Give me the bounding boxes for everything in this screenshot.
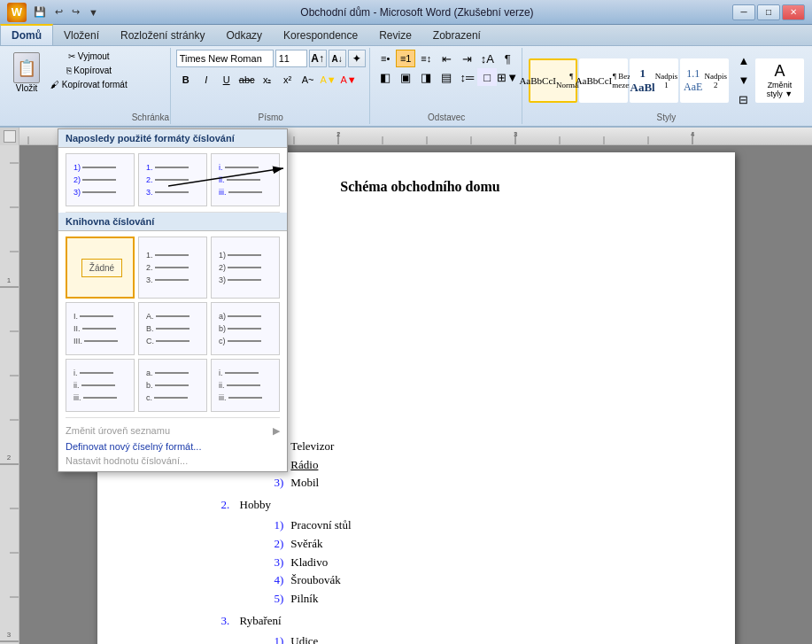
font-size-input[interactable] bbox=[275, 50, 307, 67]
vruler-svg: 1 2 3 bbox=[0, 145, 19, 644]
style-zmenit[interactable]: A Změnit styly ▼ bbox=[755, 58, 804, 103]
section-b-items: 1.Oděvy 2.Koberce 3.Záclony 4.Plátno bbox=[221, 315, 691, 389]
tab-odkazy[interactable]: Odkazy bbox=[215, 25, 273, 46]
ribbon-content: 📋 Vložit ✂ Vyjmout ⎘ Kopírovat 🖌 Kopírov… bbox=[0, 46, 812, 126]
panel-scroll-area[interactable]: Naposledy použité formáty číslování 1) 2… bbox=[58, 129, 287, 471]
align-left-button[interactable]: ◧ bbox=[375, 68, 395, 86]
bold-button[interactable]: B bbox=[176, 71, 196, 89]
style-nadpis1[interactable]: 1 AaBl Nadpis 1 bbox=[630, 58, 678, 103]
list-item: 5)Pilník bbox=[275, 590, 691, 609]
library-paren[interactable]: 1) 2) 3) bbox=[211, 237, 280, 299]
clipboard-small-buttons: ✂ Vyjmout ⎘ Kopírovat 🖌 Kopírovat formát bbox=[46, 50, 132, 122]
ruler-corner-box[interactable] bbox=[4, 130, 16, 143]
clear-format-button[interactable]: ✦ bbox=[348, 50, 366, 67]
text-effects-button[interactable]: A~ bbox=[298, 71, 318, 89]
library-roman-lower2[interactable]: i. ii. iii. bbox=[211, 359, 280, 412]
align-center-button[interactable]: ▣ bbox=[396, 68, 415, 86]
increase-indent-button[interactable]: ⇥ bbox=[457, 50, 476, 67]
underline-button[interactable]: U bbox=[217, 71, 236, 89]
change-level-row: Změnit úroveň seznamu ▶ bbox=[66, 422, 280, 439]
window-controls: ─ □ ✕ bbox=[732, 4, 805, 20]
sort-button[interactable]: ↕A bbox=[477, 50, 497, 67]
recent-paren-numbers[interactable]: 1) 2) 3) bbox=[66, 153, 135, 206]
list-item: 4)Šroubovák bbox=[275, 571, 691, 590]
list-item: 3)Mobil bbox=[275, 474, 691, 493]
customize-quick-button[interactable]: ▼ bbox=[85, 5, 102, 19]
quick-access-toolbar: 💾 ↩ ↪ ▼ bbox=[30, 4, 102, 19]
panel-header-library: Knihovna číslování bbox=[58, 213, 287, 231]
borders-button[interactable]: ⊞▼ bbox=[498, 68, 517, 86]
minimize-button[interactable]: ─ bbox=[732, 4, 755, 20]
tab-revize[interactable]: Revize bbox=[368, 25, 422, 46]
style-bez-mezer[interactable]: AaBbCcI ¶ Bez mezer bbox=[579, 58, 628, 103]
paste-icon: 📋 bbox=[13, 52, 40, 83]
library-numbered[interactable]: 1. 2. 3. bbox=[138, 237, 207, 299]
font-grow-button[interactable]: A↑ bbox=[309, 50, 327, 67]
justify-button[interactable]: ▤ bbox=[437, 68, 456, 86]
svg-rect-21 bbox=[0, 145, 19, 644]
office-logo-icon[interactable]: W bbox=[7, 3, 27, 22]
strikethrough-button[interactable]: abc bbox=[237, 71, 257, 89]
copy-button[interactable]: ⎘ Kopírovat bbox=[46, 64, 132, 77]
subscript-button[interactable]: x₂ bbox=[258, 71, 277, 89]
superscript-button[interactable]: x² bbox=[278, 71, 298, 89]
format-painter-button[interactable]: 🖌 Kopírovat formát bbox=[46, 78, 132, 91]
styles-scroll-down[interactable]: ▼ bbox=[734, 72, 754, 89]
font-color-button[interactable]: A▼ bbox=[339, 71, 359, 89]
highlight-button[interactable]: A▼ bbox=[319, 71, 338, 89]
redo-quick-button[interactable]: ↪ bbox=[68, 4, 83, 19]
styles-scroll-up[interactable]: ▲ bbox=[734, 52, 754, 70]
shading-button[interactable]: □ bbox=[477, 68, 497, 86]
library-roman-upper[interactable]: I. II. III. bbox=[66, 302, 135, 355]
line-spacing-button[interactable]: ↕═ bbox=[457, 68, 476, 86]
font-shrink-button[interactable]: A↓ bbox=[329, 50, 346, 67]
library-none[interactable]: Žádné bbox=[66, 237, 135, 299]
panel-footer: Změnit úroveň seznamu ▶ Definovat nový č… bbox=[58, 418, 287, 471]
styles-more[interactable]: ⊟ bbox=[734, 91, 754, 109]
multilevel-button[interactable]: ≡↕ bbox=[416, 50, 436, 67]
save-quick-button[interactable]: 💾 bbox=[30, 4, 50, 19]
ribbon-tabs: Domů Vložení Rozložení stránky Odkazy Ko… bbox=[0, 25, 812, 46]
paste-button[interactable]: 📋 Vložit bbox=[7, 50, 46, 96]
cut-button[interactable]: ✂ Vyjmout bbox=[46, 50, 132, 63]
list-item: 3.Chleba bbox=[221, 268, 691, 287]
clipboard-group: 📋 Vložit ✂ Vyjmout ⎘ Kopírovat 🖌 Kopírov… bbox=[4, 48, 171, 124]
undo-quick-button[interactable]: ↩ bbox=[51, 4, 66, 19]
font-name-input[interactable] bbox=[176, 50, 274, 67]
tab-domu[interactable]: Domů bbox=[0, 24, 53, 45]
tab-rozlozeni[interactable]: Rozložení stránky bbox=[110, 25, 215, 46]
italic-button[interactable]: I bbox=[197, 71, 216, 89]
library-alpha-lower-paren[interactable]: a) b) c) bbox=[211, 302, 280, 355]
change-level-arrow: ▶ bbox=[273, 425, 280, 437]
list-item: 1)Pracovní stůl bbox=[275, 516, 691, 535]
styles-label: Styly bbox=[657, 111, 677, 122]
style-normalni[interactable]: AaBbCcI ¶ Normální bbox=[529, 58, 577, 103]
subsection-hobby: 2. Hobby 1)Pracovní stůl 2)Svěrák 3)Klad… bbox=[221, 496, 691, 609]
library-alpha-dot[interactable]: a. b. c. bbox=[138, 359, 207, 412]
recent-roman-lower[interactable]: i. ii. iii. bbox=[211, 153, 280, 206]
align-right-button[interactable]: ◨ bbox=[416, 68, 436, 86]
decrease-indent-button[interactable]: ⇤ bbox=[437, 50, 456, 67]
define-new-link[interactable]: Definovat nový číselný formát... bbox=[66, 439, 280, 454]
close-button[interactable]: ✕ bbox=[782, 4, 805, 20]
recent-dot-numbers[interactable]: 1. 2. 3. bbox=[138, 153, 207, 206]
maximize-button[interactable]: □ bbox=[757, 4, 780, 20]
library-alpha-upper[interactable]: A. B. C. bbox=[138, 302, 207, 355]
numbering-button[interactable]: ≡1 bbox=[396, 50, 415, 67]
tab-korespondence[interactable]: Korespondence bbox=[273, 25, 368, 46]
show-marks-button[interactable]: ¶ bbox=[498, 50, 517, 67]
subsection-rybareni: 3. Rybaření 1)Udice 2)Háčky 3)Vezírek 4)… bbox=[221, 612, 691, 644]
tab-vlozeni[interactable]: Vložení bbox=[53, 25, 110, 46]
ribbon: Domů Vložení Rozložení stránky Odkazy Ko… bbox=[0, 25, 812, 128]
bullets-button[interactable]: ≡• bbox=[375, 50, 395, 67]
tab-zobrazeni[interactable]: Zobrazení bbox=[422, 25, 491, 46]
font-group: A↑ A↓ ✦ B I U abc x₂ x² A~ A▼ A▼ Písmo bbox=[173, 48, 370, 124]
align-buttons-row: ◧ ▣ ◨ ▤ ↕═ □ ⊞▼ bbox=[375, 68, 517, 86]
vertical-ruler: 1 2 3 bbox=[0, 145, 19, 644]
style-nadpis2[interactable]: 1.1 AaE Nadpis 2 bbox=[680, 58, 729, 103]
list-item: 2)Rádio bbox=[275, 456, 691, 475]
format-buttons-row: B I U abc x₂ x² A~ A▼ A▼ bbox=[176, 71, 359, 89]
paragraph-group: ≡• ≡1 ≡↕ ⇤ ⇥ ↕A ¶ ◧ ▣ ◨ ▤ ↕═ □ ⊞▼ bbox=[372, 48, 522, 124]
list-item: 2.Mléko bbox=[221, 251, 691, 269]
library-roman-lower[interactable]: i. ii. iii. bbox=[66, 359, 135, 412]
